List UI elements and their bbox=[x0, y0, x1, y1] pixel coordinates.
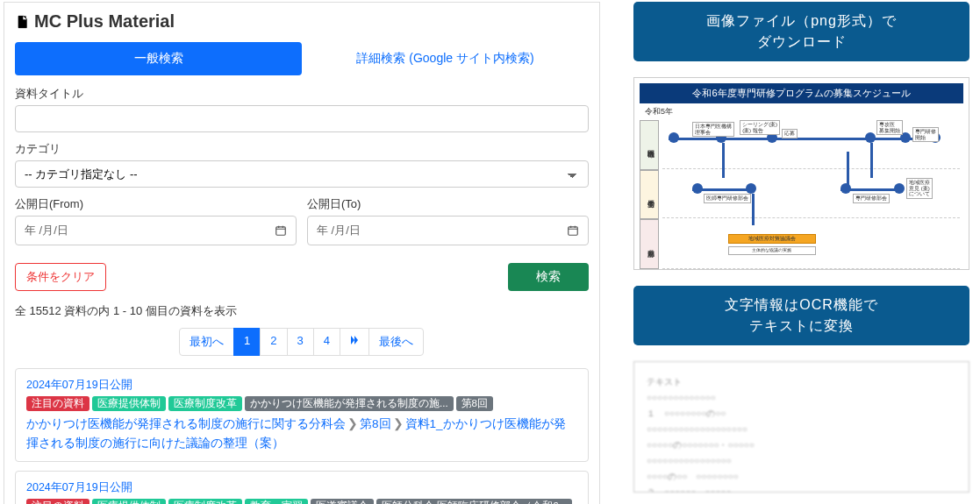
result-item: 2024年07月19日公開注目の資料医療提供体制医療制度改革かかりつけ医機能が発… bbox=[15, 368, 589, 462]
page-title-row: MC Plus Material bbox=[15, 3, 589, 37]
result-count: 全 15512 資料の内 1 - 10 個目の資料を表示 bbox=[15, 303, 589, 319]
chevron-right-icon: ❯ bbox=[393, 417, 404, 430]
results-list: 2024年07月19日公開注目の資料医療提供体制医療制度改革かかりつけ医機能が発… bbox=[15, 368, 589, 504]
ocr-banner: 文字情報はOCR機能で テキストに変換 bbox=[633, 286, 969, 345]
calendar-icon bbox=[275, 224, 287, 237]
title-input[interactable] bbox=[15, 105, 589, 132]
category-field-group: カテゴリ -- カテゴリ指定なし -- bbox=[15, 141, 589, 188]
tag[interactable]: 医療提供体制 bbox=[92, 396, 166, 411]
calendar-icon bbox=[567, 224, 579, 237]
chart-subtitle: 令和5年 bbox=[640, 103, 963, 120]
date-to-label: 公開日(To) bbox=[307, 196, 589, 212]
svg-rect-2 bbox=[569, 227, 578, 235]
search-panel: MC Plus Material 一般検索 詳細検索 (Google サイト内検… bbox=[4, 2, 600, 504]
tag[interactable]: 医療制度改革 bbox=[168, 396, 242, 411]
tag[interactable]: 医療提供体制 bbox=[92, 499, 166, 504]
date-to-input[interactable]: 年 /月/日 bbox=[307, 216, 589, 245]
search-tabs: 一般検索 詳細検索 (Google サイト内検索) bbox=[15, 42, 589, 75]
tags-row: 注目の資料医療提供体制医療制度改革教育・実習医道審議会医師分科会 医師臨床研修部… bbox=[26, 499, 577, 504]
pager: 最初へ 1 2 3 4 最後へ bbox=[15, 328, 589, 356]
banner1-line1: 画像ファイル（png形式）で bbox=[640, 11, 962, 32]
pager-page-2[interactable]: 2 bbox=[260, 328, 287, 356]
pager-page-1[interactable]: 1 bbox=[233, 328, 261, 356]
side-panel: 画像ファイル（png形式）で ダウンロード 令和6年度専門研修プログラムの募集ス… bbox=[626, 2, 976, 504]
pager-page-3[interactable]: 3 bbox=[287, 328, 314, 356]
tag[interactable]: 教育・実習 bbox=[245, 499, 308, 504]
chevron-right-icon: ❯ bbox=[347, 417, 358, 430]
category-label: カテゴリ bbox=[15, 141, 589, 157]
download-banner: 画像ファイル（png形式）で ダウンロード bbox=[633, 2, 969, 61]
result-item: 2024年07月19日公開注目の資料医療提供体制医療制度改革教育・実習医道審議会… bbox=[15, 471, 589, 504]
breadcrumb-link[interactable]: 第8回 bbox=[360, 417, 391, 430]
tag[interactable]: 第8回 bbox=[456, 396, 493, 411]
schedule-chart: 日本専門医機構理事会 シーリング(案)(案) 報告 応募 専攻医募集開始 専門研… bbox=[659, 120, 963, 269]
title-field-group: 資料タイトル bbox=[15, 86, 589, 132]
banner2-line1: 文字情報はOCR機能で bbox=[640, 295, 962, 316]
tag[interactable]: 医師分科会 医師臨床研修部会（令和6... bbox=[376, 499, 572, 504]
chart-title: 令和6年度専門研修プログラムの募集スケジュール bbox=[640, 83, 963, 103]
category-select[interactable]: -- カテゴリ指定なし -- bbox=[15, 160, 589, 188]
date-from-placeholder: 年 /月/日 bbox=[25, 223, 68, 238]
search-button[interactable]: 検索 bbox=[508, 263, 589, 291]
lane-label-1: 専門医機構 bbox=[640, 120, 659, 170]
tag[interactable]: 注目の資料 bbox=[26, 396, 89, 411]
title-label: 資料タイトル bbox=[15, 86, 589, 102]
date-range-row: 公開日(From) 年 /月/日 公開日(To) 年 /月/日 bbox=[15, 196, 589, 254]
pager-first[interactable]: 最初へ bbox=[179, 328, 234, 356]
banner2-line2: テキストに変換 bbox=[640, 316, 962, 337]
tags-row: 注目の資料医療提供体制医療制度改革かかりつけ医機能が発揮される制度の施...第8… bbox=[26, 396, 577, 411]
date-from-label: 公開日(From) bbox=[15, 196, 297, 212]
date-from-input[interactable]: 年 /月/日 bbox=[15, 216, 297, 245]
document-icon bbox=[15, 14, 29, 30]
text-thumbnail: テキスト ○○○○○○○○○○○○○ １ ○○○○○○○○の○○ ○○○○○○○… bbox=[633, 361, 969, 493]
tab-general-search[interactable]: 一般検索 bbox=[15, 42, 302, 75]
clear-button[interactable]: 条件をクリア bbox=[15, 263, 106, 291]
svg-rect-0 bbox=[18, 16, 26, 27]
banner1-line2: ダウンロード bbox=[640, 32, 962, 53]
svg-rect-1 bbox=[276, 227, 286, 235]
result-date: 2024年07月19日公開 bbox=[26, 480, 577, 495]
page-title: MC Plus Material bbox=[34, 11, 175, 32]
lane-label-3: 都道府県 bbox=[640, 219, 659, 269]
date-to-placeholder: 年 /月/日 bbox=[317, 223, 361, 238]
pager-page-4[interactable]: 4 bbox=[313, 328, 340, 356]
breadcrumb-link[interactable]: かかりつけ医機能が発揮される制度の施行に関する分科会 bbox=[26, 417, 346, 430]
button-row: 条件をクリア 検索 bbox=[15, 263, 589, 291]
tag[interactable]: 医道審議会 bbox=[311, 499, 374, 504]
tab-detail-search[interactable]: 詳細検索 (Google サイト内検索) bbox=[302, 42, 589, 75]
tag[interactable]: 医療制度改革 bbox=[168, 499, 242, 504]
tag[interactable]: 注目の資料 bbox=[26, 499, 89, 504]
result-date: 2024年07月19日公開 bbox=[26, 378, 577, 393]
lane-label-2: 厚生労働省 bbox=[640, 170, 659, 220]
pager-last[interactable]: 最後へ bbox=[368, 328, 424, 356]
tag[interactable]: かかりつけ医機能が発揮される制度の施... bbox=[245, 396, 454, 411]
pager-next[interactable] bbox=[340, 328, 369, 356]
image-thumbnail: 令和6年度専門研修プログラムの募集スケジュール 令和5年 専門医機構 厚生労働省… bbox=[633, 77, 969, 270]
result-breadcrumb: かかりつけ医機能が発揮される制度の施行に関する分科会❯第8回❯資料1_かかりつけ… bbox=[26, 415, 577, 452]
